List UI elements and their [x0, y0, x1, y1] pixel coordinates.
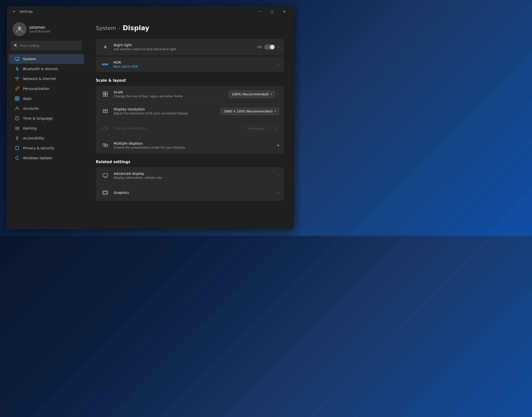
graphics-icon: [101, 188, 110, 197]
sidebar-item-network[interactable]: Network & internet: [9, 74, 84, 84]
sidebar-item-bluetooth-label: Bluetooth & devices: [23, 67, 58, 71]
svg-rect-17: [103, 92, 105, 94]
network-nav-icon: [15, 76, 20, 81]
user-info: solomen Local Account: [29, 25, 50, 33]
svg-rect-24: [103, 127, 107, 130]
svg-point-14: [18, 128, 18, 129]
scale-layout-card: Scale Change the size of text, apps, and…: [96, 86, 284, 154]
top-settings-group: ☀ Night light Use warmer colors to help …: [96, 39, 284, 72]
sidebar-item-accessibility-label: Accessibility: [23, 136, 44, 140]
sidebar-item-system[interactable]: System: [9, 54, 84, 64]
night-light-desc: Use warmer colors to help block blue lig…: [114, 48, 253, 51]
advanced-display-desc: Display information, refresh rate: [114, 176, 274, 180]
sidebar-item-privacy-label: Privacy & security: [23, 146, 54, 150]
hdr-row[interactable]: HDR HDR More about HDR ›: [96, 56, 284, 72]
sidebar-item-apps[interactable]: Apps: [9, 94, 84, 104]
search-box[interactable]: 🔍: [11, 41, 82, 50]
graphics-title: Graphics: [114, 191, 274, 195]
sidebar-item-bluetooth[interactable]: Bluetooth & devices: [9, 64, 84, 74]
breadcrumb-arrow: ›: [119, 26, 120, 30]
svg-rect-26: [105, 144, 108, 147]
search-container: 🔍: [7, 41, 86, 54]
scale-desc: Change the size of text, apps, and other…: [114, 95, 225, 98]
maximize-button[interactable]: □: [266, 7, 278, 15]
scale-chevron: ›: [278, 92, 279, 96]
night-light-card: ☀ Night light Use warmer colors to help …: [96, 39, 284, 55]
svg-rect-7: [15, 99, 17, 101]
svg-rect-27: [103, 174, 107, 177]
minimize-button[interactable]: ─: [254, 7, 265, 15]
night-light-title: Night light: [114, 43, 253, 47]
sidebar-item-personalize[interactable]: Personalization: [9, 84, 84, 94]
sidebar-item-privacy[interactable]: Privacy & security: [9, 143, 84, 153]
privacy-nav-icon: [15, 146, 20, 151]
sidebar-item-accounts-label: Accounts: [23, 106, 39, 110]
resolution-dropdown-chevron: ▾: [274, 110, 276, 113]
hdr-chevron: ›: [278, 62, 279, 66]
personalize-nav-icon: [15, 86, 20, 91]
resolution-dropdown[interactable]: 1680 × 1050 (Recommended) ▾: [220, 108, 279, 115]
multiple-displays-controls: ▾: [277, 143, 279, 148]
sidebar-item-gaming[interactable]: Gaming: [9, 123, 84, 133]
graphics-row[interactable]: Graphics ›: [96, 184, 284, 201]
titlebar: ← Settings ─ □ ✕: [7, 6, 294, 16]
update-nav-icon: [15, 156, 20, 160]
hdr-text: HDR More about HDR: [113, 60, 274, 68]
search-input[interactable]: [20, 44, 79, 48]
avatar: [13, 22, 27, 36]
multiple-displays-row[interactable]: Multiple displays Choose the presentatio…: [96, 137, 284, 154]
hdr-title: HDR: [113, 60, 274, 64]
advanced-display-row[interactable]: Advanced display Display information, re…: [96, 167, 284, 184]
hdr-icon: HDR: [101, 62, 109, 67]
resolution-row[interactable]: Display resolution Adjust the resolution…: [96, 103, 284, 120]
resolution-controls: 1680 × 1050 (Recommended) ▾: [220, 108, 279, 115]
gaming-nav-icon: [15, 126, 20, 131]
sidebar-item-time-label: Time & language: [23, 116, 53, 120]
scale-row[interactable]: Scale Change the size of text, apps, and…: [96, 86, 284, 103]
sidebar-item-accessibility[interactable]: Accessibility: [9, 133, 84, 143]
back-button[interactable]: ←: [11, 8, 18, 15]
night-light-chevron: ›: [278, 45, 279, 49]
night-light-status: Off: [257, 45, 262, 49]
orientation-title: Display orientation: [114, 126, 240, 130]
advanced-display-text: Advanced display Display information, re…: [114, 172, 274, 180]
related-settings-heading: Related settings: [96, 160, 284, 164]
scale-dropdown[interactable]: 100% (Recommended) ▾: [229, 91, 275, 98]
sidebar-item-system-label: System: [23, 57, 36, 61]
night-light-controls: Off ›: [257, 44, 279, 50]
night-light-row[interactable]: ☀ Night light Use warmer colors to help …: [96, 39, 284, 55]
nav-list: SystemBluetooth & devicesNetwork & inter…: [7, 54, 86, 163]
hdr-card: HDR HDR More about HDR ›: [96, 56, 284, 72]
sidebar-item-update-label: Windows Update: [23, 156, 52, 160]
sidebar-item-accounts[interactable]: Accounts: [9, 104, 84, 113]
sidebar-item-update[interactable]: Windows Update: [9, 153, 84, 163]
multiple-displays-title: Multiple displays: [114, 141, 273, 145]
hdr-link[interactable]: More about HDR: [113, 65, 274, 68]
multiple-displays-icon: [101, 141, 110, 150]
sidebar-item-time[interactable]: Time & language: [9, 113, 84, 123]
scale-dropdown-value: 100% (Recommended): [232, 92, 269, 96]
multiple-displays-text: Multiple displays Choose the presentatio…: [114, 141, 273, 149]
close-button[interactable]: ✕: [279, 7, 290, 15]
scale-layout-group: Scale Change the size of text, apps, and…: [96, 86, 284, 154]
svg-rect-8: [17, 99, 19, 101]
breadcrumb-current: Display: [123, 24, 149, 32]
bluetooth-nav-icon: [15, 66, 20, 71]
resolution-text: Display resolution Adjust the resolution…: [114, 107, 216, 115]
settings-window: ← Settings ─ □ ✕ solomen Local Account: [7, 6, 294, 229]
multiple-displays-expand: ▾: [277, 143, 279, 148]
scale-dropdown-chevron: ▾: [271, 93, 272, 96]
svg-rect-19: [106, 92, 107, 94]
user-profile[interactable]: solomen Local Account: [7, 20, 86, 41]
svg-rect-20: [103, 94, 105, 96]
resolution-icon: [101, 107, 110, 116]
advanced-display-controls: ›: [278, 174, 279, 178]
scale-controls: 100% (Recommended) ▾ ›: [229, 91, 279, 98]
night-light-toggle[interactable]: [264, 44, 275, 50]
accounts-nav-icon: [15, 106, 20, 111]
orientation-dropdown-chevron: ▾: [274, 127, 276, 130]
scale-text: Scale Change the size of text, apps, and…: [114, 90, 225, 98]
related-settings-group: Advanced display Display information, re…: [96, 167, 284, 201]
svg-point-16: [17, 136, 18, 137]
content-area: System › Display ☀ Night light Use warme…: [86, 16, 294, 229]
